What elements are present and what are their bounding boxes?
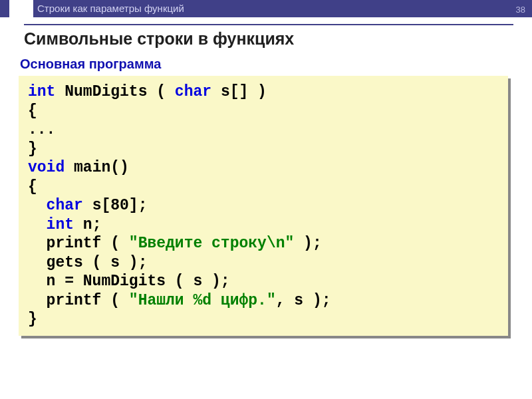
string-literal: "Введите строку\n" [129,235,294,252]
header-gap [9,0,33,17]
code-text: ... [28,121,55,138]
page-title: Символьные строки в функциях [24,29,513,49]
code-text: n; [74,216,101,233]
string-literal: "Нашли %d цифр." [129,292,276,309]
code-text: { [28,178,37,196]
code-text: ); [294,235,321,252]
code-indent [28,292,47,309]
code-text: gets ( s ); [28,254,147,271]
header-accent-block [0,0,9,17]
code-text: } [28,140,37,158]
slide-content: Символьные строки в функциях Основная пр… [0,24,532,338]
code-block-shadow: int NumDigits ( char s[] ) { ... } void … [21,78,511,338]
code-text: } [28,311,37,328]
keyword-int: int [28,83,55,100]
code-indent [28,216,47,233]
code-text: printf ( [47,235,129,252]
code-indent [28,197,47,214]
code-text: printf ( [47,292,129,309]
code-text: { [28,102,37,120]
code-block: int NumDigits ( char s[] ) { ... } void … [19,76,508,336]
code-text: , s ); [276,292,331,309]
page-number: 38 [516,1,525,19]
code-text: main() [65,159,129,176]
keyword-void: void [28,159,65,176]
code-text: n = NumDigits ( s ); [28,273,230,290]
code-text: s[80]; [83,197,148,214]
code-indent [28,235,47,252]
breadcrumb: Строки как параметры функций [37,3,184,14]
keyword-char: char [175,83,211,100]
breadcrumb-bar: Строки как параметры функций 38 [33,0,532,17]
slide-header: Строки как параметры функций 38 [0,0,532,17]
code-text: s[] ) [211,83,267,100]
keyword-int: int [47,216,74,233]
header-underline [24,24,513,25]
code-text: NumDigits ( [55,83,174,100]
keyword-char: char [47,197,83,214]
subtitle: Основная программа [20,57,513,72]
